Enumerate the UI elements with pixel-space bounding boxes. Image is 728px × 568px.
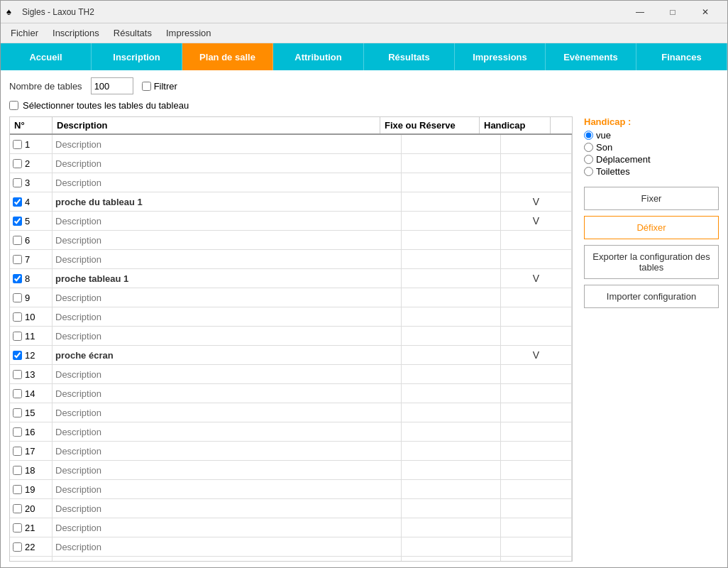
radio-toilettes[interactable] — [584, 167, 593, 176]
desc-input[interactable] — [55, 178, 398, 188]
desc-cell — [53, 422, 402, 441]
row-number: 10 — [25, 312, 35, 322]
menu-bar: Fichier Inscriptions Résultats Impressio… — [1, 23, 727, 43]
close-button[interactable]: ✕ — [689, 1, 722, 23]
app-icon: ♠ — [6, 6, 18, 18]
num-cell: 13 — [10, 365, 53, 383]
maximize-button[interactable]: □ — [656, 1, 689, 23]
tab-accueil[interactable]: Accueil — [1, 43, 92, 70]
desc-input[interactable] — [55, 542, 398, 552]
desc-input[interactable] — [55, 331, 398, 342]
handicap-toilettes[interactable]: Toilettes — [584, 166, 719, 177]
row-checkbox[interactable] — [13, 140, 22, 149]
row-checkbox[interactable] — [13, 447, 22, 456]
desc-input[interactable] — [55, 254, 398, 265]
row-checkbox[interactable] — [13, 178, 22, 187]
row-number: 17 — [25, 446, 35, 457]
desc-cell — [53, 480, 402, 498]
row-checkbox[interactable] — [13, 197, 22, 207]
desc-input[interactable] — [55, 158, 398, 169]
exporter-button[interactable]: Exporter la configuration des tables — [584, 245, 719, 279]
handicap-cell — [501, 480, 572, 498]
menu-fichier[interactable]: Fichier — [4, 25, 45, 41]
desc-input[interactable] — [55, 139, 398, 150]
desc-input[interactable] — [55, 293, 398, 303]
desc-input[interactable] — [55, 408, 398, 418]
desc-input[interactable] — [55, 503, 398, 514]
defixer-button[interactable]: Défixer — [584, 216, 719, 239]
num-cell: 6 — [10, 231, 53, 249]
window-title: Sigles - Laxou TH2 — [22, 7, 624, 17]
row-checkbox[interactable] — [13, 293, 22, 302]
row-checkbox[interactable] — [13, 408, 22, 417]
menu-impression[interactable]: Impression — [159, 25, 219, 41]
row-checkbox[interactable] — [13, 389, 22, 398]
handicap-cell — [501, 557, 572, 561]
desc-input[interactable] — [55, 484, 398, 495]
desc-input[interactable] — [55, 350, 398, 361]
row-checkbox[interactable] — [13, 351, 22, 360]
desc-cell — [53, 537, 402, 556]
handicap-vue[interactable]: vue — [584, 130, 719, 141]
row-checkbox[interactable] — [13, 236, 22, 245]
main-layout: N° Description Fixe ou Réserve Handicap … — [9, 116, 719, 562]
row-checkbox[interactable] — [13, 255, 22, 264]
tab-plan-de-salle[interactable]: Plan de salle — [182, 43, 273, 70]
num-cell: 14 — [10, 384, 53, 403]
tab-attribution[interactable]: Attribution — [273, 43, 364, 70]
desc-input[interactable] — [55, 523, 398, 533]
filtrer-checkbox-label[interactable]: Filtrer — [142, 81, 177, 92]
row-checkbox[interactable] — [13, 370, 22, 379]
tab-evenements[interactable]: Evènements — [546, 43, 636, 70]
row-checkbox[interactable] — [13, 523, 22, 532]
desc-input[interactable] — [55, 369, 398, 380]
menu-resultats[interactable]: Résultats — [106, 25, 159, 41]
nombre-tables-input[interactable] — [91, 77, 133, 94]
radio-vue[interactable] — [584, 131, 593, 140]
desc-input[interactable] — [55, 312, 398, 322]
tab-inscription[interactable]: Inscription — [92, 43, 182, 70]
tab-impressions[interactable]: Impressions — [455, 43, 546, 70]
select-all-checkbox[interactable] — [9, 101, 18, 110]
row-checkbox[interactable] — [13, 159, 22, 168]
desc-input[interactable] — [55, 465, 398, 476]
desc-input[interactable] — [55, 197, 398, 207]
handicap-deplacement[interactable]: Déplacement — [584, 154, 719, 165]
table-row: 8V — [10, 269, 572, 288]
row-checkbox[interactable] — [13, 485, 22, 494]
row-checkbox[interactable] — [13, 332, 22, 341]
desc-input[interactable] — [55, 216, 398, 226]
tab-finances[interactable]: Finances — [636, 43, 727, 70]
row-number: 7 — [25, 254, 30, 265]
minimize-button[interactable]: — — [624, 1, 656, 23]
table-row: 14 — [10, 384, 572, 403]
row-checkbox[interactable] — [13, 312, 22, 322]
row-checkbox[interactable] — [13, 466, 22, 475]
table-row: 20 — [10, 499, 572, 518]
radio-son[interactable] — [584, 143, 593, 152]
importer-button[interactable]: Importer configuration — [584, 285, 719, 308]
table-row: 15 — [10, 403, 572, 422]
table-row: 13 — [10, 365, 572, 384]
desc-input[interactable] — [55, 561, 398, 562]
menu-inscriptions[interactable]: Inscriptions — [45, 25, 106, 41]
desc-input[interactable] — [55, 446, 398, 457]
tab-resultats[interactable]: Résultats — [364, 43, 455, 70]
handicap-son[interactable]: Son — [584, 142, 719, 153]
radio-deplacement[interactable] — [584, 155, 593, 164]
fixer-button[interactable]: Fixer — [584, 187, 719, 210]
row-checkbox[interactable] — [13, 542, 22, 552]
table-scroll[interactable]: 1234V5V678V9101112V131415161718192021222… — [10, 135, 572, 561]
row-number: 19 — [25, 484, 35, 495]
filtrer-checkbox[interactable] — [142, 82, 151, 91]
row-number: 1 — [25, 139, 30, 150]
desc-input[interactable] — [55, 388, 398, 399]
row-checkbox[interactable] — [13, 274, 22, 283]
desc-input[interactable] — [55, 427, 398, 437]
row-number: 5 — [25, 216, 30, 226]
row-checkbox[interactable] — [13, 504, 22, 513]
desc-input[interactable] — [55, 273, 398, 284]
row-checkbox[interactable] — [13, 217, 22, 226]
desc-input[interactable] — [55, 235, 398, 246]
row-checkbox[interactable] — [13, 427, 22, 437]
